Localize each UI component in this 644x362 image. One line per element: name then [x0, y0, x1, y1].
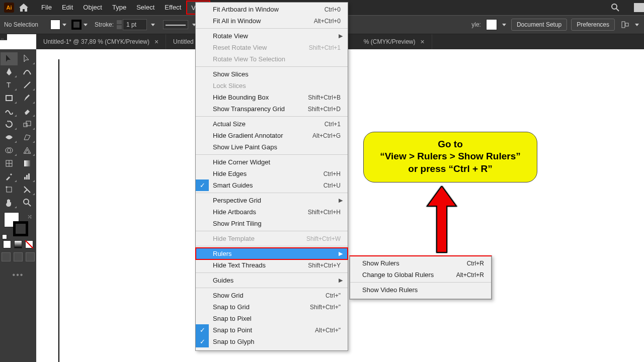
shaper-tool[interactable]: [1, 105, 18, 118]
svg-point-0: [612, 4, 617, 9]
menu-item-perspective-grid[interactable]: Perspective Grid▶: [196, 195, 348, 206]
align-dropdown-icon[interactable]: [634, 22, 640, 28]
menu-object[interactable]: Object: [78, 0, 107, 15]
stroke-indicator[interactable]: [13, 221, 28, 236]
gradient-tool[interactable]: [19, 157, 36, 170]
style-label: yle:: [471, 21, 481, 28]
stroke-dropdown-icon[interactable]: [83, 22, 89, 28]
line-tool[interactable]: [19, 78, 36, 92]
menu-item-show-print-tiling[interactable]: Show Print Tiling: [196, 218, 348, 229]
preferences-button[interactable]: Preferences: [571, 19, 615, 31]
pen-tool[interactable]: [1, 65, 18, 78]
svg-line-5: [24, 82, 30, 88]
fill-dropdown-icon[interactable]: [61, 22, 67, 28]
align-icon[interactable]: [621, 21, 630, 29]
artboard-tool[interactable]: [1, 183, 18, 196]
menu-item-rulers[interactable]: Rulers▶: [196, 248, 348, 259]
zoom-tool[interactable]: [19, 196, 36, 209]
direct-selection-tool[interactable]: [19, 52, 36, 65]
stroke-swatch[interactable]: [71, 20, 82, 30]
menu-item-fit-all-in-window[interactable]: Fit All in WindowAlt+Ctrl+0: [196, 15, 348, 27]
mesh-tool[interactable]: [1, 157, 18, 170]
menu-item-fit-artboard-in-window[interactable]: Fit Artboard in WindowCtrl+0: [196, 4, 348, 15]
submenu-item-show-video-rulers[interactable]: Show Video Rulers: [350, 284, 491, 296]
callout-line: “View > Rulers > Show Rulers”: [374, 150, 527, 162]
shape-builder-tool[interactable]: [1, 144, 18, 157]
hand-tool[interactable]: [1, 196, 18, 209]
submenu-arrow-icon: ▶: [339, 33, 343, 39]
menu-item-snap-to-pixel[interactable]: Snap to Pixel: [196, 313, 348, 324]
free-transform-tool[interactable]: [19, 131, 36, 144]
width-tool[interactable]: [1, 131, 18, 144]
menu-select[interactable]: Select: [131, 0, 159, 15]
color-mode-gradient[interactable]: [14, 240, 22, 248]
submenu-item-change-to-global-rulers[interactable]: Change to Global RulersAlt+Ctrl+R: [350, 269, 491, 281]
menu-item-hide-bounding-box[interactable]: Hide Bounding BoxShift+Ctrl+B: [196, 92, 348, 103]
slice-tool[interactable]: [19, 183, 36, 196]
menu-item-guides[interactable]: Guides▶: [196, 275, 348, 286]
eraser-tool[interactable]: [19, 105, 36, 118]
draw-mode-behind[interactable]: [14, 252, 23, 261]
selection-tool[interactable]: [1, 52, 18, 65]
stroke-value-dropdown-icon[interactable]: [150, 22, 156, 28]
style-dropdown-icon[interactable]: [501, 22, 507, 28]
color-mode-none[interactable]: [25, 240, 33, 248]
menu-item-hide-text-threads[interactable]: Hide Text ThreadsShift+Ctrl+Y: [196, 259, 348, 271]
style-swatch[interactable]: [486, 19, 497, 30]
menu-item-actual-size[interactable]: Actual SizeCtrl+1: [196, 118, 348, 130]
menu-item-snap-to-point[interactable]: ✓Snap to PointAlt+Ctrl+": [196, 324, 348, 336]
stroke-profile[interactable]: [163, 20, 188, 29]
close-tab-icon[interactable]: ×: [420, 34, 424, 49]
close-tab-icon[interactable]: ×: [154, 34, 158, 49]
edit-toolbar-icon[interactable]: •••: [0, 270, 36, 280]
eyedropper-tool[interactable]: [1, 170, 18, 183]
menu-type[interactable]: Type: [107, 0, 131, 15]
rotate-tool[interactable]: [1, 118, 18, 131]
document-tab[interactable]: Untitled-1* @ 37,89 % (CMYK/Preview) ×: [36, 34, 166, 49]
menu-item-rotate-view[interactable]: Rotate View▶: [196, 30, 348, 42]
menu-item-hide-corner-widget[interactable]: Hide Corner Widget: [196, 156, 348, 168]
arrange-docs-icon[interactable]: [634, 3, 644, 12]
draw-mode-inside[interactable]: [26, 252, 35, 261]
instruction-callout: Go to “View > Rulers > Show Rulers” or p…: [363, 132, 537, 183]
menu-item-hide-edges[interactable]: Hide EdgesCtrl+H: [196, 168, 348, 179]
menu-item-show-live-paint-gaps[interactable]: Show Live Paint Gaps: [196, 141, 348, 153]
fill-stroke-control[interactable]: ⤭: [0, 210, 36, 239]
menu-item-show-slices[interactable]: Show Slices: [196, 68, 348, 80]
menu-item-label: Hide Edges: [213, 170, 247, 177]
menu-item-hide-artboards[interactable]: Hide ArtboardsShift+Ctrl+H: [196, 206, 348, 218]
svg-rect-14: [24, 160, 30, 166]
curvature-tool[interactable]: [19, 65, 36, 78]
menu-edit[interactable]: Edit: [57, 0, 78, 15]
menu-item-snap-to-grid[interactable]: Snap to GridShift+Ctrl+": [196, 301, 348, 313]
stroke-stepper[interactable]: [117, 20, 122, 30]
fill-swatch[interactable]: [50, 20, 60, 30]
menu-item-snap-to-glyph[interactable]: ✓Snap to Glyph: [196, 336, 348, 347]
color-mode-solid[interactable]: [3, 240, 11, 248]
menu-effect[interactable]: Effect: [159, 0, 186, 15]
home-icon[interactable]: [18, 2, 29, 13]
menu-item-show-transparency-grid[interactable]: Show Transparency GridShift+Ctrl+D: [196, 103, 348, 115]
submenu-item-show-rulers[interactable]: Show RulersCtrl+R: [350, 257, 491, 269]
menu-item-label: Fit All in Window: [213, 17, 261, 25]
panel-collapse-icon[interactable]: [0, 34, 7, 40]
draw-mode-normal[interactable]: [2, 252, 11, 261]
menu-item-label: Actual Size: [213, 120, 246, 128]
type-tool[interactable]: T: [1, 78, 18, 92]
swap-fill-stroke-icon[interactable]: ⤭: [27, 213, 32, 220]
scale-tool[interactable]: [19, 118, 36, 131]
menu-file[interactable]: File: [36, 0, 57, 15]
rectangle-tool[interactable]: [1, 92, 18, 105]
menu-item-show-grid[interactable]: Show GridCtrl+": [196, 290, 348, 301]
menu-item-smart-guides[interactable]: ✓Smart GuidesCtrl+U: [196, 179, 348, 191]
document-setup-button[interactable]: Document Setup: [511, 19, 567, 31]
stroke-value-field[interactable]: 1 pt: [123, 19, 147, 30]
perspective-tool[interactable]: [19, 144, 36, 157]
checkmark-icon: ✓: [196, 336, 209, 347]
paintbrush-tool[interactable]: [19, 92, 36, 105]
document-tab[interactable]: % (CMYK/Preview) ×: [357, 34, 432, 49]
graph-tool[interactable]: [19, 170, 36, 183]
search-icon[interactable]: [611, 3, 620, 12]
menu-item-hide-gradient-annotator[interactable]: Hide Gradient AnnotatorAlt+Ctrl+G: [196, 130, 348, 141]
default-fill-stroke-icon[interactable]: [2, 234, 7, 239]
